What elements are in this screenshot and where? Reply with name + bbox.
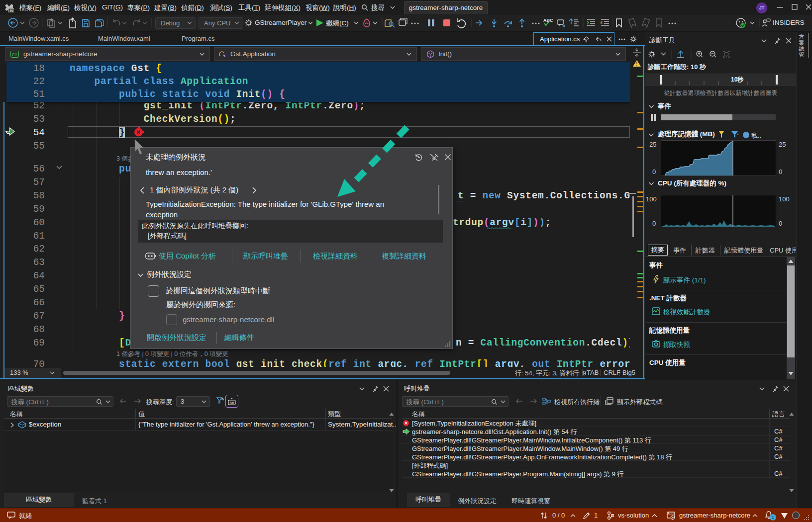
svg-text:!: !: [636, 61, 637, 67]
svg-text:ab: ab: [230, 401, 234, 405]
svg-text:IN: IN: [9, 9, 13, 12]
svg-text:C#: C#: [12, 53, 17, 58]
svg-text:s: s: [600, 20, 603, 25]
